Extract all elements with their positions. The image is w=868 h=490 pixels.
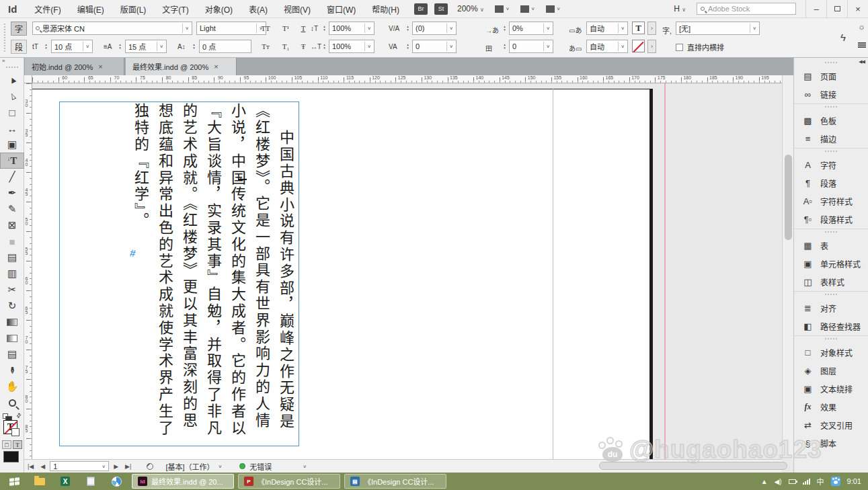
tracking-field[interactable]: 0∨ [412, 40, 457, 53]
dock-group-grip[interactable] [825, 338, 837, 341]
dock-item-table[interactable]: ▦表 [794, 237, 868, 255]
tools-panel-collapse[interactable]: » [0, 58, 24, 66]
dock-group-grip[interactable] [825, 151, 837, 154]
vertical-scrollbar-thumb[interactable] [785, 155, 792, 240]
dock-item-swatches[interactable]: ▩色板 [794, 112, 868, 130]
network-icon[interactable] [803, 479, 810, 485]
first-page-button[interactable]: |◀ [24, 463, 37, 470]
kinsoku-combo[interactable]: 自动∨ [586, 22, 628, 35]
frame-tool[interactable]: ⊠ [0, 217, 24, 233]
screen-mode-dropdown[interactable]: ∨ [520, 5, 535, 13]
gradient-feather-tool[interactable] [0, 330, 24, 346]
menu-item-7[interactable]: 窗口(W) [319, 5, 364, 15]
leading-field[interactable]: 15 点∨ [125, 40, 167, 53]
underline-button[interactable]: T [294, 24, 312, 32]
bridge-badge[interactable]: Br [414, 3, 428, 15]
subscript-button[interactable]: T₁ [277, 42, 294, 50]
rectangle-tool[interactable]: ■ [0, 233, 24, 249]
note-tool[interactable]: ▤ [0, 346, 24, 362]
stroke-expander[interactable]: › [647, 40, 656, 53]
dock-item-links[interactable]: ∞链接 [794, 85, 868, 104]
tatechuyoko-control[interactable]: 直排内横排 [676, 42, 724, 52]
battery-icon[interactable] [789, 479, 796, 484]
dock-item-cross-references[interactable]: ⇄交叉引用 [794, 416, 868, 434]
dock-group-grip[interactable] [825, 231, 837, 235]
fill-expander[interactable]: › [647, 22, 656, 35]
adobe-stock-search[interactable]: Adobe Stock [697, 3, 796, 15]
document-tab-1[interactable]: 最终效果.indd @ 200%× [126, 58, 237, 75]
dock-item-table-styles[interactable]: ◫表样式 [794, 273, 868, 291]
dock-item-character-styles[interactable]: A▫字符样式 [794, 192, 868, 210]
menu-item-8[interactable]: 帮助(H) [364, 5, 407, 15]
file-explorer-button[interactable] [28, 474, 51, 489]
paragraph-formatting-tab[interactable]: 段 [11, 40, 27, 54]
menu-item-4[interactable]: 对象(O) [197, 5, 241, 15]
view-options-dropdown[interactable]: ∨ [495, 5, 510, 13]
preflight-profile-combo[interactable]: [基本]（工作）∨ [165, 461, 222, 472]
free-transform-tool[interactable]: ↻ [0, 298, 24, 314]
taskbar-window-0[interactable]: Id最终效果.indd @ 20... [132, 474, 234, 489]
document-canvas[interactable]: 中国古典小说有许多部，巅峰之作无疑是《红楼梦》。它是一部具有世界影响力的人情小说… [32, 83, 782, 459]
taskbar-window-2[interactable]: ▤《InDesign CC设计... [344, 474, 446, 489]
character-formatting-tab[interactable]: 字 [11, 22, 27, 36]
fill-color-swatch[interactable]: T [632, 22, 645, 34]
zoom-tool[interactable] [0, 395, 24, 411]
horizontal-grid-tool[interactable]: ▤ [0, 249, 24, 266]
apply-to-container-button[interactable]: □ [2, 440, 11, 449]
gap-tool[interactable]: ↔ [0, 120, 24, 136]
default-fill-stroke-icon[interactable] [3, 413, 8, 419]
dock-item-cell-styles[interactable]: ▣单元格样式 [794, 255, 868, 273]
text-stroke-proxy[interactable] [11, 428, 19, 436]
grid-jidori-stepper[interactable]: ▴▾ [502, 40, 508, 53]
tools-panel-grip[interactable] [6, 67, 18, 69]
proportional-spacing-field[interactable]: 0%∨ [509, 22, 553, 35]
font-size-field[interactable]: 10 点∨ [51, 40, 93, 53]
tracking-stepper[interactable]: ▴▾ [405, 40, 411, 53]
dock-item-effects[interactable]: fx效果 [794, 398, 868, 416]
apply-to-text-button[interactable]: T [13, 440, 22, 449]
font-style-combo[interactable]: Light∨ [196, 22, 266, 35]
horizontal-scrollbar[interactable] [340, 461, 779, 471]
vertical-scale-stepper[interactable]: ▴▾ [321, 22, 327, 35]
menu-item-2[interactable]: 版面(L) [112, 5, 155, 15]
browser-button[interactable] [105, 474, 128, 489]
arrange-documents-dropdown[interactable]: ∨ [546, 5, 561, 13]
dock-item-object-styles[interactable]: □对象样式 [794, 343, 868, 362]
vertical-type-tool[interactable]: ↓T [0, 153, 24, 169]
last-page-button[interactable]: ▶| [122, 463, 134, 470]
dock-item-paragraph-styles[interactable]: ¶▫段落样式 [794, 210, 868, 229]
mojikumi-combo[interactable]: 自动∨ [586, 40, 628, 53]
dock-item-align[interactable]: ≣对齐 [794, 299, 868, 317]
horizontal-ruler[interactable]: 6065707580859095100105110115120125130135… [32, 75, 782, 83]
minimize-button[interactable]: – [805, 0, 826, 18]
tab-close-icon[interactable]: × [98, 63, 102, 71]
preflight-status[interactable]: 无错误∨ [239, 461, 307, 472]
gradient-tool[interactable] [0, 314, 24, 330]
preflight-icon[interactable] [147, 463, 153, 470]
gear-icon[interactable]: ☼ [858, 22, 865, 32]
horizontal-scale-stepper[interactable]: ▴▾ [321, 40, 327, 53]
text-frame[interactable]: 中国古典小说有许多部，巅峰之作无疑是《红楼梦》。它是一部具有世界影响力的人情小说… [59, 101, 299, 446]
hand-tool[interactable]: ✋ [0, 378, 24, 395]
ruler-origin-corner[interactable] [24, 75, 32, 83]
workspace-switcher[interactable]: H ∨ [674, 4, 686, 13]
taskbar-window-1[interactable]: P《InDesign CC设计... [238, 474, 340, 489]
menu-item-3[interactable]: 文字(T) [154, 5, 196, 15]
start-button[interactable] [3, 474, 26, 489]
content-collector-tool[interactable]: ▣ [0, 136, 24, 153]
stroke-color-swatch[interactable] [632, 40, 645, 52]
dock-item-paragraph[interactable]: ¶段落 [794, 174, 868, 192]
horizontal-scale-field[interactable]: 100%∨ [329, 40, 374, 53]
kerning-field[interactable]: (0)∨ [412, 22, 457, 35]
line-tool[interactable]: ╱ [0, 169, 24, 185]
proportional-spacing-stepper[interactable]: ▴▾ [502, 22, 508, 35]
page-number-combo[interactable]: 1∨ [50, 461, 109, 471]
notepad-button[interactable] [79, 474, 102, 489]
dock-item-text-wrap[interactable]: ▣文本绕排 [794, 380, 868, 398]
dock-item-character[interactable]: A字符 [794, 156, 868, 174]
font-family-combo[interactable]: 思源宋体 CN∨ [32, 22, 192, 35]
horizontal-scrollbar-thumb[interactable] [599, 462, 787, 470]
excel-button[interactable]: X [54, 474, 77, 489]
menu-item-1[interactable]: 编辑(E) [69, 5, 112, 15]
baseline-shift-stepper[interactable]: ▴▾ [191, 40, 197, 53]
